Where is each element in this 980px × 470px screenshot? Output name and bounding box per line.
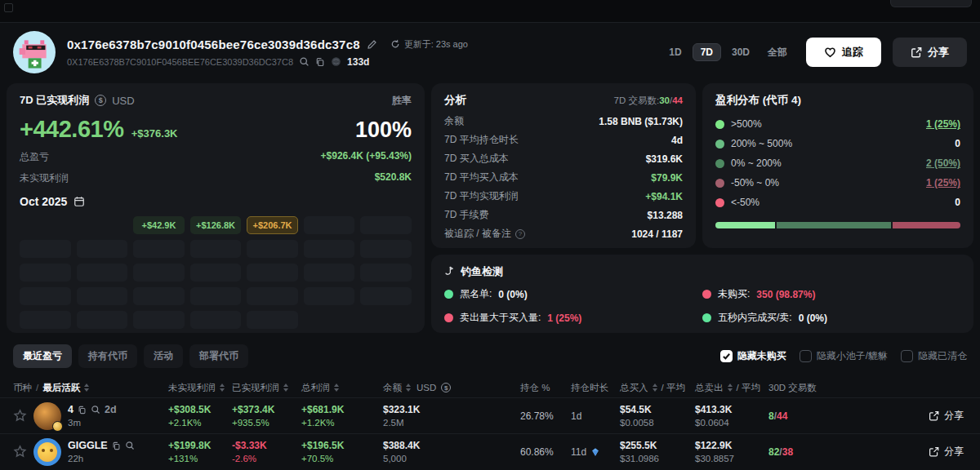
calendar-day-18[interactable] [304,264,355,282]
checkbox[interactable] [901,350,913,362]
sort-icon[interactable] [220,384,225,392]
calendar-month-label: Oct 2025 [20,195,67,208]
col-token[interactable]: 币种 [13,382,32,394]
favorite-star-icon[interactable] [13,445,27,459]
calendar-day-24[interactable] [247,287,298,305]
favorite-star-icon[interactable] [13,409,27,423]
calendar-day-4[interactable] [304,216,355,234]
filter-隐藏小池子/貔貅[interactable]: 隐藏小池子/貔貅 [800,349,888,363]
calendar-day-28[interactable] [77,311,128,329]
checkbox-checked[interactable] [720,350,733,362]
share-button[interactable]: 分享 [893,38,967,67]
col-realized[interactable]: 已实现利润 [232,382,279,394]
calendar-day-14[interactable] [77,264,128,282]
col-last-active[interactable]: 最后活跃 [42,382,80,394]
distribution-panel: 盈利分布 (代币 4) >500%1 (25%)200% ~ 500%00% ~… [702,83,973,248]
col-total-profit[interactable]: 总利润 [301,382,330,394]
filter-隐藏已清仓[interactable]: 隐藏已清仓 [901,349,967,363]
calendar-day-15[interactable] [133,264,185,282]
distribution-value[interactable]: 1 (25%) [926,118,960,130]
col-balance[interactable]: 余额 [383,382,402,394]
calendar-day-1[interactable]: +$42.9K [133,216,185,234]
copy-icon[interactable] [78,406,87,415]
search-icon[interactable] [299,56,310,67]
calendar-day-21[interactable] [77,287,128,305]
sort-icon[interactable] [406,384,411,392]
col-buy[interactable]: 总买入 [620,382,648,394]
txs-buys: 82 [768,446,779,458]
calendar-day-9[interactable] [190,240,242,258]
tab-部署代币[interactable]: 部署代币 [189,344,248,368]
table-row[interactable]: GIGGLE22h+$199.8K+131%-$3.33K-2.6%+$196.… [0,433,980,469]
timeframe-30D[interactable]: 30D [724,43,757,61]
calendar-day-8[interactable] [133,240,185,258]
tab-最近盈亏[interactable]: 最近盈亏 [13,344,72,368]
search-icon[interactable] [125,441,135,450]
calendar-day-31[interactable] [247,311,298,329]
calendar-day-30[interactable] [190,311,242,329]
usd-coin-icon[interactable]: $ [441,383,451,392]
sort-icon[interactable] [728,384,733,392]
distribution-dot-icon [715,198,724,207]
analysis-row-value: $13.288 [648,210,683,221]
col-sell[interactable]: 总卖出 [695,382,724,394]
calendar-day-10[interactable] [247,240,298,258]
sort-icon[interactable] [334,384,339,392]
calendar-day-6[interactable] [20,240,71,258]
copy-icon[interactable] [315,57,325,67]
distribution-range-label: 200% ~ 500% [731,138,792,149]
calendar-day-3[interactable]: +$206.7K [247,216,298,234]
calendar-day-7[interactable] [77,240,128,258]
sort-icon[interactable] [84,384,89,392]
tab-持有代币[interactable]: 持有代币 [78,344,137,368]
table-row[interactable]: 42d3m+$308.5K+2.1K%+$373.4K+935.5%+$681.… [0,397,980,433]
copy-icon[interactable] [112,441,121,450]
calendar-day-19[interactable] [360,264,412,282]
calendar-day-11[interactable] [304,240,355,258]
timeframe-1D[interactable]: 1D [662,43,688,61]
calendar-day-5[interactable] [360,216,412,234]
help-icon[interactable]: ? [515,229,525,239]
calendar-day-20[interactable] [20,287,71,305]
distribution-row: -50% ~ 0%1 (25%) [715,173,960,193]
win-rate-label: 胜率 [392,94,412,108]
row-share-button[interactable]: 分享 [850,409,967,423]
row-share-button[interactable]: 分享 [850,445,967,459]
token-name[interactable]: GIGGLE [68,440,108,451]
distribution-value[interactable]: 1 (25%) [926,177,960,188]
distribution-bar-segment [893,222,960,228]
filter-隐藏未购买[interactable]: 隐藏未购买 [720,349,786,363]
calendar-day-13[interactable] [20,264,71,282]
token-avatar-emoji [38,442,57,462]
calendar-day-29[interactable] [133,311,185,329]
calendar-day-16[interactable] [190,264,242,282]
follow-button[interactable]: 追踪 [806,38,881,67]
search-icon[interactable] [91,405,100,415]
calendar-day-23[interactable] [190,287,242,305]
calendar-day-27[interactable] [20,311,71,329]
row-share-label: 分享 [944,409,964,423]
currency-toggle[interactable]: USD [112,95,134,107]
calendar-day-12[interactable] [360,240,412,258]
edit-pencil-icon[interactable] [367,39,377,50]
distribution-value[interactable]: 2 (50%) [926,157,960,169]
sort-icon[interactable] [653,384,657,392]
col-unrealized[interactable]: 未实现利润 [168,382,216,394]
calendar-day-26[interactable] [360,287,412,305]
calendar-day-2[interactable]: +$126.8K [190,216,242,234]
tab-活动[interactable]: 活动 [144,344,183,368]
calendar-day-25[interactable] [304,287,355,305]
checkbox[interactable] [800,350,812,362]
usd-coin-icon[interactable]: $ [95,95,106,106]
txs-30d-cell: 82/38 [768,446,850,458]
timeframe-7D[interactable]: 7D [693,43,721,61]
calendar-day-22[interactable] [133,287,185,305]
sort-icon[interactable] [283,384,288,392]
profit-usd: +$376.3K [131,127,178,140]
token-name[interactable]: 4 [68,404,74,415]
calendar-icon[interactable] [74,196,85,207]
refresh-icon[interactable] [390,39,400,49]
explorer-globe-icon[interactable] [331,56,341,67]
timeframe-全部[interactable]: 全部 [760,42,795,63]
calendar-day-17[interactable] [247,264,298,282]
